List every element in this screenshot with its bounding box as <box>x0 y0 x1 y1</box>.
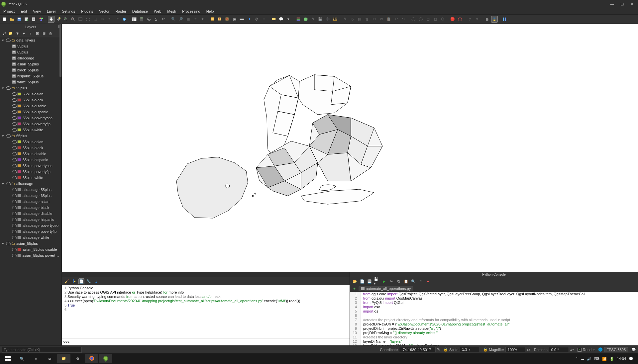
vector-layer-item[interactable]: 65plus-hispanic <box>0 157 61 163</box>
locator-bar[interactable] <box>2 347 88 353</box>
expand-all-icon[interactable]: ⊞ <box>35 31 40 36</box>
python-console-icon[interactable] <box>491 16 498 23</box>
open-project-icon[interactable] <box>9 16 15 23</box>
menu-database[interactable]: Database <box>130 9 151 14</box>
digitize-shape2-icon[interactable]: ◯ <box>417 16 424 23</box>
menu-raster[interactable]: Raster <box>113 9 129 14</box>
task-view-button[interactable]: ⧉ <box>43 354 56 363</box>
vector-layer-item[interactable]: 65plus-asian <box>0 139 61 145</box>
expand-toggle-icon[interactable]: ▾ <box>1 86 5 90</box>
firefox-taskbar-icon[interactable] <box>85 354 98 363</box>
add-group-icon[interactable]: 📁 <box>8 31 13 36</box>
rotation-value[interactable]: 0.0 ° <box>549 347 569 352</box>
tray-chevron-icon[interactable]: ˄ <box>576 357 578 361</box>
vector-layer-item[interactable]: allraceage-55plus <box>0 187 61 193</box>
digitize-shape-icon[interactable]: ◯ <box>410 16 417 23</box>
collapse-all-icon[interactable]: ⊟ <box>41 31 47 36</box>
vector-layer-item[interactable]: asian_55plus-disable <box>0 246 61 252</box>
select-features-icon[interactable] <box>209 16 216 23</box>
tray-clock[interactable]: 14:04 <box>617 357 626 361</box>
vector-layer-item[interactable]: allraceage-65plus <box>0 193 61 199</box>
open-attribute-table-icon[interactable] <box>131 16 138 23</box>
pan-map-icon[interactable] <box>48 16 54 23</box>
zoom-full-icon[interactable]: ⛶ <box>84 16 91 23</box>
vector-layer-item[interactable]: 55plus-disable <box>0 103 61 109</box>
zoom-selection-icon[interactable]: ⬚ <box>92 16 98 23</box>
copy-icon[interactable]: ⧉ <box>396 278 402 284</box>
visibility-toggle-icon[interactable] <box>6 134 10 138</box>
visibility-toggle-icon[interactable] <box>12 224 16 228</box>
help-icon[interactable]: ℹ <box>93 278 99 284</box>
visibility-toggle-icon[interactable] <box>12 158 16 162</box>
select-all-icon[interactable]: ▣ <box>231 16 238 23</box>
add-tab-icon[interactable]: ＋ <box>351 286 357 292</box>
tray-keyboard-icon[interactable]: ⌨ <box>594 357 599 361</box>
redo-icon[interactable]: ↷ <box>400 16 407 23</box>
menu-web[interactable]: Web <box>151 9 164 14</box>
rotation-stepper-icon[interactable]: ▴▾ <box>570 347 574 352</box>
map-tips-icon[interactable] <box>270 16 277 23</box>
manage-map-themes-icon[interactable]: 👁 <box>15 31 20 36</box>
python-console-title[interactable]: Python Console <box>350 272 638 277</box>
field-calculator-icon[interactable] <box>138 16 145 23</box>
vector-layer-item[interactable]: 65plus-povertyflp <box>0 169 61 175</box>
menu-project[interactable]: Project <box>1 9 17 14</box>
zoom-out-icon[interactable] <box>70 16 76 23</box>
show-bookmarks-icon[interactable]: ★ <box>199 16 206 23</box>
select-by-value-icon[interactable]: ε <box>217 16 223 23</box>
menu-help[interactable]: Help <box>204 9 217 14</box>
visibility-toggle-icon[interactable] <box>6 182 10 186</box>
vector-layer-item[interactable]: allraceage-hispanic <box>0 217 61 223</box>
window-close-button[interactable]: ✕ <box>627 1 637 7</box>
visibility-toggle-icon[interactable] <box>12 212 16 216</box>
refresh-icon[interactable]: ⟳ <box>160 16 167 23</box>
new-bookmark-icon[interactable]: ☆ <box>192 16 199 23</box>
visibility-toggle-icon[interactable] <box>12 146 16 150</box>
options-icon[interactable]: 🔧 <box>86 278 92 284</box>
scale-lock-icon[interactable]: 🔒 <box>443 347 448 352</box>
filter-legend-icon[interactable]: ▼ <box>21 31 27 36</box>
menu-view[interactable]: View <box>30 9 44 14</box>
magnifier-stepper-icon[interactable]: ▴▾ <box>527 347 531 352</box>
settings-taskbar-icon[interactable]: ⚙ <box>71 354 84 363</box>
visibility-toggle-icon[interactable] <box>12 194 16 198</box>
digitize-shape5-icon[interactable]: ⬠ <box>439 16 446 23</box>
statistics-icon[interactable]: Σ <box>153 16 160 23</box>
no-action-icon[interactable]: ⛔ <box>449 16 456 23</box>
identify-icon[interactable]: i <box>121 16 128 23</box>
temporal-controller-icon[interactable]: ⏱ <box>253 16 260 23</box>
filter-legend-expression-icon[interactable]: ε <box>28 31 33 36</box>
toolbar-misc-icon[interactable]: ▾ <box>474 16 480 23</box>
vector-layer-item[interactable]: 55plus-povertyceo <box>0 115 61 121</box>
search-button[interactable]: 🔍 <box>15 354 29 363</box>
expand-toggle-icon[interactable]: ▾ <box>1 241 5 246</box>
layers-panel-title[interactable]: Layers⠿ <box>0 24 61 30</box>
tray-notifications-icon[interactable]: 💬 <box>629 357 633 361</box>
visibility-toggle-icon[interactable] <box>12 235 16 239</box>
menu-settings[interactable]: Settings <box>59 9 78 14</box>
new-print-layout-icon[interactable] <box>23 16 30 23</box>
table-layer-item[interactable]: allraceage <box>0 55 61 61</box>
paste-icon[interactable]: 📋 <box>403 278 409 284</box>
visibility-toggle-icon[interactable] <box>6 38 10 42</box>
visibility-toggle-icon[interactable] <box>12 128 16 132</box>
visibility-toggle-icon[interactable] <box>12 116 16 120</box>
visibility-toggle-icon[interactable] <box>6 86 10 90</box>
layers-tree[interactable]: ▾🗀data_layers55plus65plusallraceageasian… <box>0 37 61 345</box>
vector-layer-item[interactable]: 55plus-white <box>0 127 61 133</box>
save-project-icon[interactable] <box>16 16 23 23</box>
visibility-toggle-icon[interactable] <box>12 98 16 102</box>
new-geopackage-icon[interactable] <box>302 16 309 23</box>
menu-edit[interactable]: Edit <box>18 9 30 14</box>
deselect-all-icon[interactable] <box>224 16 231 23</box>
pan-to-selection-icon[interactable] <box>55 16 62 23</box>
delete-selected-icon[interactable]: 🗑 <box>364 16 370 23</box>
visibility-toggle-icon[interactable] <box>12 200 16 204</box>
visibility-toggle-icon[interactable] <box>12 206 16 210</box>
layer-group[interactable]: ▾🗀55plus <box>0 85 61 91</box>
vector-layer-item[interactable]: asian_55plus-povertyceo <box>0 252 61 258</box>
editor-tab[interactable]: automate_all_operations.py <box>359 286 413 291</box>
modify-attrs-icon[interactable]: ▤ <box>356 16 363 23</box>
vector-layer-item[interactable]: allraceage-asian <box>0 199 61 205</box>
visibility-toggle-icon[interactable] <box>12 152 16 156</box>
